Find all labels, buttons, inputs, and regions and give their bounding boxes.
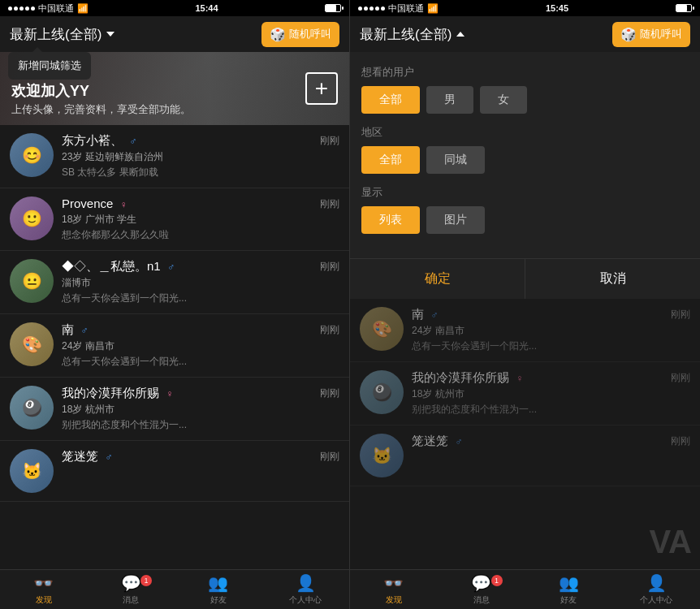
time-ago-2: 刚刚 <box>320 260 339 274</box>
time-ago-0: 刚刚 <box>320 134 339 148</box>
promo-line1: 欢迎加入YY <box>11 81 191 101</box>
right-time-ago-1: 刚刚 <box>671 371 690 385</box>
avatar-2: 😐 <box>10 259 54 303</box>
right-user-info-1: 我的冷漠拜你所赐 ♀ 刚刚 18岁 杭州市 别把我的态度和个性混为一... <box>412 370 690 417</box>
user-name-0: 东方小褡、 <box>62 133 123 147</box>
battery-icon <box>325 4 341 12</box>
user-info-2: ◆◇、＿私戀。n1 ♂ 刚刚 淄博市 总有一天你会遇到一个阳光... <box>62 259 339 305</box>
nav-title-arrow-up-icon[interactable] <box>456 32 465 37</box>
gender-icon-0: ♂ <box>129 136 136 147</box>
filter-want-all[interactable]: 全部 <box>361 86 420 114</box>
tab-profile[interactable]: 👤 个人中心 <box>262 573 350 606</box>
tab-friends[interactable]: 👥 好友 <box>175 573 262 606</box>
right-user-info-2: 笼迷笼 ♂ 刚刚 <box>412 434 690 451</box>
user-status-2: 总有一天你会遇到一个阳光... <box>62 292 339 305</box>
filter-want-to-see: 想看的用户 全部 男 女 <box>361 65 689 114</box>
right-messages-badge: 1 <box>491 575 503 586</box>
right-tab-discover[interactable]: 👓 发现 <box>350 573 438 606</box>
filter-want-label: 想看的用户 <box>361 65 689 80</box>
user-item-3[interactable]: 🎨 南 ♂ 刚刚 24岁 南昌市 总有一天你会遇到一个阳光... <box>0 314 349 378</box>
user-item-2[interactable]: 😐 ◆◇、＿私戀。n1 ♂ 刚刚 淄博市 总有一天你会遇到一个阳光... <box>0 251 349 314</box>
right-panel: 中国联通 📶 15:45 最新上线(全部) 🎲 随机呼叫 想看的用户 全部 男 … <box>350 0 700 609</box>
right-avatar-0: 🎨 <box>360 307 404 351</box>
right-user-meta-1: 18岁 杭州市 <box>412 387 690 401</box>
avatar-5: 🐱 <box>10 449 54 493</box>
tab-discover-label: 发现 <box>36 594 52 606</box>
profile-icon: 👤 <box>296 573 316 593</box>
right-carrier-info: 中国联通 📶 <box>358 2 439 15</box>
friends-icon: 👥 <box>208 573 228 593</box>
right-nav-header: 最新上线(全部) 🎲 随机呼叫 <box>350 16 700 52</box>
right-gender-icon-2: ♂ <box>455 436 462 447</box>
right-wifi-icon: 📶 <box>427 3 439 14</box>
right-time-ago-0: 刚刚 <box>671 308 690 322</box>
user-item-5[interactable]: 🐱 笼迷笼 ♂ 刚刚 <box>0 441 349 502</box>
time-ago-4: 刚刚 <box>320 387 339 400</box>
right-user-meta-0: 24岁 南昌市 <box>412 324 690 338</box>
filter-area-label: 地区 <box>361 125 689 140</box>
user-item-4[interactable]: 🎱 我的冷漠拜你所赐 ♀ 刚刚 18岁 杭州市 别把我的态度和个性混为一... <box>0 378 349 441</box>
right-user-name-2: 笼迷笼 <box>412 434 448 447</box>
filter-display-grid[interactable]: 图片 <box>426 206 485 234</box>
left-user-list: 😊 东方小褡、 ♂ 刚刚 23岁 延边朝鲜族自治州 SB 太特么多 果断卸载 🙂 <box>0 125 349 569</box>
user-meta-0: 23岁 延边朝鲜族自治州 <box>62 150 339 164</box>
gender-icon-3: ♂ <box>80 325 88 336</box>
filter-display: 显示 列表 图片 <box>361 185 689 234</box>
user-item-0[interactable]: 😊 东方小褡、 ♂ 刚刚 23岁 延边朝鲜族自治州 SB 太特么多 果断卸载 <box>0 125 349 188</box>
right-tab-messages[interactable]: 💬 消息 1 <box>438 573 525 606</box>
filter-want-female[interactable]: 女 <box>480 86 527 114</box>
tab-messages[interactable]: 💬 消息 1 <box>88 573 175 606</box>
time-ago-1: 刚刚 <box>320 197 339 211</box>
promo-plus-icon[interactable]: + <box>305 72 338 105</box>
filter-area-same-city[interactable]: 同城 <box>426 146 485 174</box>
gender-icon-4: ♀ <box>166 388 173 400</box>
tab-messages-label: 消息 <box>123 594 139 606</box>
right-tab-friends[interactable]: 👥 好友 <box>525 573 613 606</box>
right-nav-title: 最新上线(全部) <box>360 25 465 44</box>
filter-display-list[interactable]: 列表 <box>361 206 420 234</box>
gender-icon-5: ♂ <box>105 451 112 463</box>
right-tab-discover-label: 发现 <box>386 594 402 606</box>
tab-discover[interactable]: 👓 发现 <box>0 573 88 606</box>
user-meta-1: 18岁 广州市 学生 <box>62 213 339 227</box>
right-user-name-0: 南 <box>412 307 424 321</box>
filter-want-male[interactable]: 男 <box>426 86 473 114</box>
right-user-item-0[interactable]: 🎨 南 ♂ 刚刚 24岁 南昌市 总有一天你会遇到一个阳光... <box>350 299 700 362</box>
right-user-item-2[interactable]: 🐱 笼迷笼 ♂ 刚刚 <box>350 425 700 486</box>
user-meta-4: 18岁 杭州市 <box>62 403 339 417</box>
right-tab-profile[interactable]: 👤 个人中心 <box>612 573 700 606</box>
user-status-1: 想念你都那么久那么久啦 <box>62 228 339 242</box>
gender-icon-1: ♀ <box>120 199 127 210</box>
promo-line2: 上传头像，完善资料，享受全部功能。 <box>11 102 191 117</box>
left-time: 15:44 <box>195 3 218 13</box>
right-time-ago-2: 刚刚 <box>671 434 690 448</box>
filter-area-all[interactable]: 全部 <box>361 146 420 174</box>
left-random-call-button[interactable]: 🎲 随机呼叫 <box>261 22 339 47</box>
right-gender-icon-0: ♂ <box>430 309 438 321</box>
filter-want-buttons: 全部 男 女 <box>361 86 689 114</box>
right-carrier-name: 中国联通 <box>388 2 424 15</box>
filter-display-buttons: 列表 图片 <box>361 206 689 234</box>
user-name-5: 笼迷笼 <box>62 449 98 463</box>
user-info-0: 东方小褡、 ♂ 刚刚 23岁 延边朝鲜族自治州 SB 太特么多 果断卸载 <box>62 133 339 179</box>
gender-icon-2: ♂ <box>167 261 175 273</box>
right-user-item-1[interactable]: 🎱 我的冷漠拜你所赐 ♀ 刚刚 18岁 杭州市 别把我的态度和个性混为一... <box>350 362 700 425</box>
tab-friends-label: 好友 <box>210 594 227 606</box>
right-tab-profile-label: 个人中心 <box>640 594 672 606</box>
right-battery-icon <box>676 4 692 12</box>
time-ago-3: 刚刚 <box>320 323 339 337</box>
right-messages-icon: 💬 <box>471 573 491 593</box>
right-random-call-button[interactable]: 🎲 随机呼叫 <box>612 22 690 47</box>
right-tab-messages-label: 消息 <box>473 594 490 606</box>
dice-icon: 🎲 <box>270 27 286 42</box>
user-info-3: 南 ♂ 刚刚 24岁 南昌市 总有一天你会遇到一个阳光... <box>62 322 339 369</box>
nav-title-arrow-down-icon[interactable] <box>106 32 115 37</box>
left-carrier-info: 中国联通 📶 <box>8 2 89 15</box>
user-name-4: 我的冷漠拜你所赐 <box>62 386 159 400</box>
filter-confirm-button[interactable]: 确定 <box>350 259 525 299</box>
user-item-1[interactable]: 🙂 Provence ♀ 刚刚 18岁 广州市 学生 想念你都那么久那么久啦 <box>0 188 349 251</box>
signal-strength <box>8 6 35 11</box>
right-gender-icon-1: ♀ <box>516 373 523 384</box>
avatar-1: 🙂 <box>10 197 54 240</box>
filter-cancel-button[interactable]: 取消 <box>525 259 700 299</box>
